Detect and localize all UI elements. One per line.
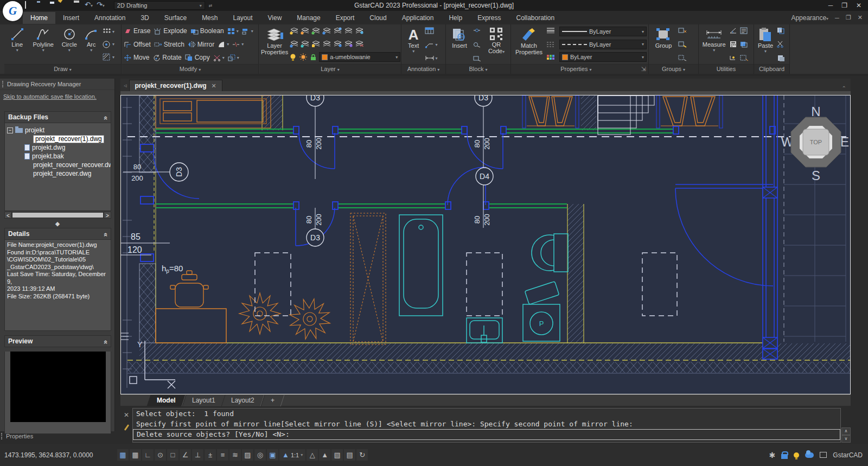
layer-panel-label[interactable]: Layer ▾: [259, 64, 401, 74]
canvas-collapse-icon[interactable]: ⌃: [842, 85, 846, 91]
appearance-menu[interactable]: Appearance▾: [791, 14, 828, 22]
details-header[interactable]: Details«: [4, 228, 111, 240]
color-select[interactable]: ByLayer▾: [559, 52, 647, 62]
point-tools-button[interactable]: ▾: [102, 27, 119, 36]
point-style-icon[interactable]: [739, 54, 749, 61]
lineweight-sample-icon[interactable]: [546, 27, 558, 34]
scroll-down-icon[interactable]: ∨: [841, 435, 851, 443]
cloud-sync-icon[interactable]: [805, 452, 814, 458]
panel-splitter[interactable]: ◆: [0, 220, 115, 227]
layer-state-icon[interactable]: [343, 27, 354, 35]
collapse-icon[interactable]: «: [102, 340, 110, 342]
grid-display-icon[interactable]: ▦: [117, 449, 129, 461]
doc-minimize-button[interactable]: ─: [835, 15, 839, 21]
block-define-button[interactable]: [473, 55, 483, 61]
undo-icon[interactable]: ↶▾: [85, 1, 93, 10]
open-file-icon[interactable]: [37, 2, 45, 9]
properties-launcher-icon[interactable]: ⇲: [641, 65, 646, 74]
layer-state-icon[interactable]: [322, 27, 332, 35]
linetype-sample-icon[interactable]: [546, 41, 558, 47]
layer-state-icon[interactable]: [300, 27, 310, 35]
modify-panel-label[interactable]: Modify ▾: [122, 64, 258, 74]
snap-mode-icon[interactable]: ▦: [130, 449, 141, 461]
object-snap-icon[interactable]: □: [167, 449, 178, 461]
erase-button[interactable]: Erase: [122, 25, 152, 37]
tab-collaboration[interactable]: Collaboration: [508, 12, 562, 24]
circle-button[interactable]: Circle▾: [58, 25, 80, 63]
command-scrollbar[interactable]: ∧ ∨: [841, 408, 851, 443]
arc-button[interactable]: Arc▾: [81, 25, 101, 63]
tab-cloud[interactable]: Cloud: [362, 12, 394, 24]
cut-clip-icon[interactable]: [776, 41, 788, 48]
drawing-canvas[interactable]: P: [120, 95, 851, 394]
explode-button[interactable]: Explode: [152, 25, 188, 37]
layer-state-icon[interactable]: [289, 27, 299, 35]
line-button[interactable]: Line▾: [6, 25, 28, 63]
layer-on-bulb-icon[interactable]: [289, 53, 297, 61]
tree-root-row[interactable]: − projekt: [5, 126, 111, 135]
document-tab[interactable]: projekt_recover(1).dwg✕: [129, 80, 222, 91]
tree-file-row[interactable]: projekt_recover.dwg: [5, 169, 111, 178]
preview-header[interactable]: Preview«: [4, 335, 111, 347]
viewcube-east[interactable]: E: [840, 135, 849, 149]
align-button[interactable]: ▾: [240, 25, 255, 37]
id-point-icon[interactable]: [729, 54, 738, 61]
zoom-monitor-icon[interactable]: ◎: [254, 449, 266, 461]
layer-state-icon[interactable]: [354, 40, 365, 48]
copy-clip-icon[interactable]: [776, 27, 788, 34]
layer-state-icon[interactable]: [333, 27, 343, 35]
scroll-right-icon[interactable]: >: [104, 212, 111, 219]
tree-file-selected[interactable]: projekt_recover(1).dwg: [5, 135, 111, 143]
hardware-bulb-icon[interactable]: [794, 452, 799, 458]
plot-icon[interactable]: [73, 2, 81, 9]
color-grid-icon[interactable]: [546, 54, 558, 61]
layout2-tab[interactable]: Layout2: [221, 395, 265, 406]
auto-annotation-icon[interactable]: ▲: [319, 449, 330, 461]
copy-base-icon[interactable]: [776, 54, 788, 61]
dynamic-input-icon[interactable]: ±: [205, 449, 216, 461]
block-attribute-button[interactable]: [473, 27, 483, 34]
tab-express[interactable]: Express: [470, 12, 508, 24]
dimension-button[interactable]: ▾: [425, 55, 444, 61]
match-properties-button[interactable]: Match Properties: [513, 25, 545, 63]
tab-close-icon[interactable]: ✕: [212, 82, 216, 90]
copy-button[interactable]: Copy: [183, 52, 212, 63]
save-icon[interactable]: [49, 2, 57, 9]
lineweight-display-icon[interactable]: ≡: [217, 449, 228, 461]
stretch-button[interactable]: Stretch: [152, 39, 186, 50]
break-button[interactable]: ▾: [231, 39, 245, 50]
offset-button[interactable]: Offset: [122, 39, 152, 50]
redo-icon[interactable]: ↷▾: [97, 1, 105, 10]
backup-files-header[interactable]: Backup Files«: [4, 111, 111, 123]
restore-button[interactable]: ❐: [841, 2, 847, 9]
groups-panel-label[interactable]: Groups ▾: [649, 64, 698, 74]
layer-state-icon[interactable]: [311, 40, 321, 48]
group-select-button[interactable]: [678, 54, 693, 61]
polar-tracking-icon[interactable]: ⊙: [155, 449, 166, 461]
tree-file-row[interactable]: projekt_recover_recover.dwg: [5, 161, 111, 169]
model-tab[interactable]: Model: [147, 395, 186, 406]
tab-view[interactable]: View: [260, 12, 290, 24]
ortho-mode-icon[interactable]: ∟: [142, 449, 154, 461]
panel-grip[interactable]: [2, 81, 4, 87]
hatch-tools-button[interactable]: ▾: [102, 53, 119, 61]
trim-button[interactable]: ▾: [212, 52, 226, 63]
clipboard-panel-label[interactable]: Clipboard: [754, 64, 789, 74]
list-icon[interactable]: [739, 27, 749, 34]
properties-panel-label[interactable]: Properties ▾ ⇲: [511, 64, 648, 74]
tree-file-row[interactable]: projekt.dwg: [5, 143, 111, 152]
calculator-icon[interactable]: [729, 41, 738, 48]
layer-state-icon[interactable]: [311, 27, 321, 35]
layer-select[interactable]: a-umeblowanie ▾: [319, 52, 400, 62]
isolate-objects-icon[interactable]: ↻: [356, 449, 368, 461]
tab-mesh[interactable]: Mesh: [194, 12, 225, 24]
tab-export[interactable]: Export: [328, 12, 362, 24]
annotation-visibility-icon[interactable]: △: [307, 449, 318, 461]
layer-state-icon[interactable]: [289, 40, 299, 48]
snap-reference-icon[interactable]: ⊥: [192, 449, 203, 461]
tree-file-row[interactable]: projekt.bak: [5, 152, 111, 161]
fillet-button[interactable]: ▾: [216, 39, 231, 50]
workspace-select[interactable]: 2D Drafting▾: [114, 1, 205, 10]
recovery-panel-header[interactable]: Drawing Recovery Manager: [0, 79, 114, 90]
qat-customize-icon[interactable]: ⇄: [209, 3, 213, 8]
